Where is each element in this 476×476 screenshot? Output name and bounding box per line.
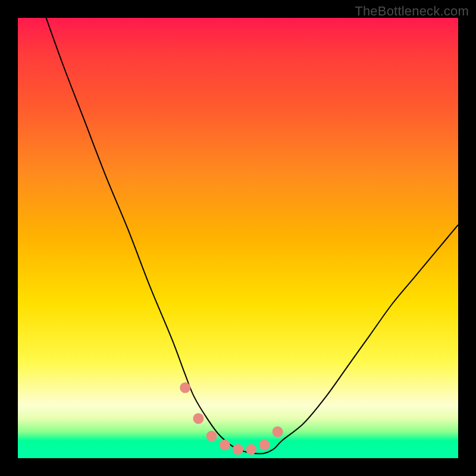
curve-svg (18, 18, 458, 458)
svg-rect-4 (233, 444, 243, 455)
highlight-marker (220, 440, 230, 450)
svg-rect-3 (220, 440, 230, 450)
watermark-text: TheBottleneck.com (355, 4, 469, 19)
highlight-marker (178, 380, 193, 395)
svg-rect-5 (246, 444, 256, 455)
chart-frame: TheBottleneck.com (0, 0, 476, 476)
highlight-markers (178, 380, 285, 455)
highlight-marker (257, 437, 272, 452)
highlight-marker (246, 444, 256, 455)
bottleneck-curve-path (18, 0, 458, 454)
highlight-marker (233, 444, 243, 455)
svg-rect-6 (257, 437, 272, 452)
svg-rect-0 (178, 380, 193, 395)
plot-area (18, 18, 458, 458)
highlight-marker (270, 424, 285, 439)
bottleneck-curve (18, 0, 458, 454)
svg-rect-7 (270, 424, 285, 439)
